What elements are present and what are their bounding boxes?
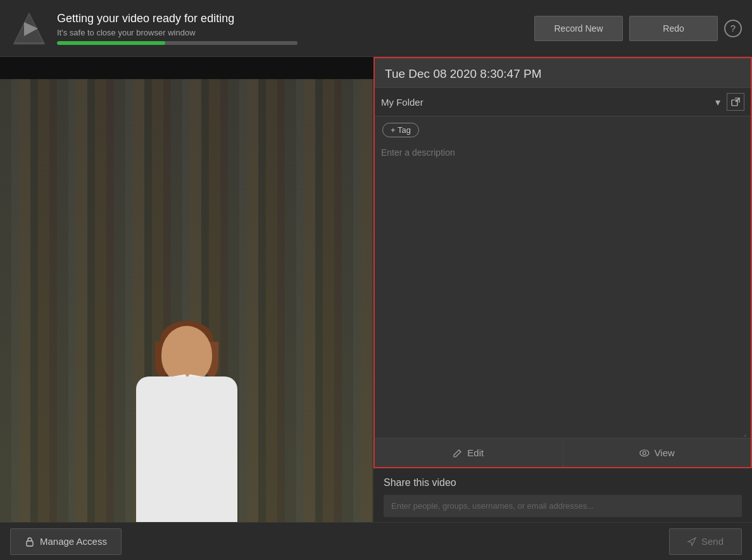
view-icon <box>639 449 649 457</box>
send-icon <box>687 537 696 546</box>
view-button[interactable]: View <box>563 439 751 467</box>
help-icon[interactable]: ? <box>724 20 742 37</box>
manage-access-label: Manage Access <box>40 536 107 547</box>
header: Getting your video ready for editing It'… <box>0 0 752 57</box>
lock-icon <box>25 537 35 547</box>
edit-button[interactable]: Edit <box>375 439 563 467</box>
add-tag-button[interactable]: + Tag <box>382 123 419 137</box>
record-new-button[interactable]: Record New <box>534 16 623 41</box>
person-head <box>161 326 212 383</box>
video-top-bar <box>0 57 373 79</box>
folder-select[interactable]: My Folder Shared Folder Archive <box>381 97 711 108</box>
description-area: ⌟ <box>375 144 751 438</box>
progress-bar-container <box>57 41 298 45</box>
person-figure <box>104 307 269 522</box>
svg-rect-7 <box>27 541 33 546</box>
textarea-resize-handle: ⌟ <box>743 430 749 437</box>
share-title: Share this video <box>384 477 742 488</box>
description-textarea[interactable] <box>381 147 744 434</box>
progress-bar-fill <box>57 41 165 45</box>
metadata-header: Tue Dec 08 2020 8:30:47 PM <box>375 58 751 87</box>
tag-area: + Tag <box>375 116 751 144</box>
person-body <box>136 376 237 522</box>
metadata-actions: Edit View <box>375 438 751 467</box>
header-subtitle: It's safe to close your browser window <box>57 28 534 37</box>
send-button[interactable]: Send <box>669 528 742 555</box>
redo-button[interactable]: Redo <box>629 16 718 41</box>
right-panel: Tue Dec 08 2020 8:30:47 PM My Folder Sha… <box>373 57 752 522</box>
main-content: Tue Dec 08 2020 8:30:47 PM My Folder Sha… <box>0 57 752 522</box>
app-logo <box>10 9 48 47</box>
send-button-label: Send <box>701 536 724 547</box>
view-button-label: View <box>655 447 675 458</box>
share-section: Share this video <box>373 468 752 522</box>
header-title: Getting your video ready for editing <box>57 12 534 25</box>
video-panel <box>0 57 373 522</box>
svg-point-5 <box>640 450 649 456</box>
edit-button-label: Edit <box>467 447 484 458</box>
bottom-bar: Manage Access Send <box>0 522 752 560</box>
manage-access-button[interactable]: Manage Access <box>10 528 122 555</box>
open-external-icon[interactable] <box>727 93 744 111</box>
edit-icon <box>453 449 462 457</box>
folder-dropdown-arrow-icon[interactable]: ▾ <box>715 96 720 108</box>
header-buttons: Record New Redo ? <box>534 16 742 41</box>
video-placeholder <box>0 57 373 522</box>
share-input[interactable] <box>384 495 742 517</box>
header-text: Getting your video ready for editing It'… <box>57 12 534 45</box>
svg-point-6 <box>642 451 646 454</box>
metadata-card: Tue Dec 08 2020 8:30:47 PM My Folder Sha… <box>373 57 752 468</box>
metadata-timestamp: Tue Dec 08 2020 8:30:47 PM <box>385 67 741 81</box>
folder-row: My Folder Shared Folder Archive ▾ <box>375 87 751 116</box>
